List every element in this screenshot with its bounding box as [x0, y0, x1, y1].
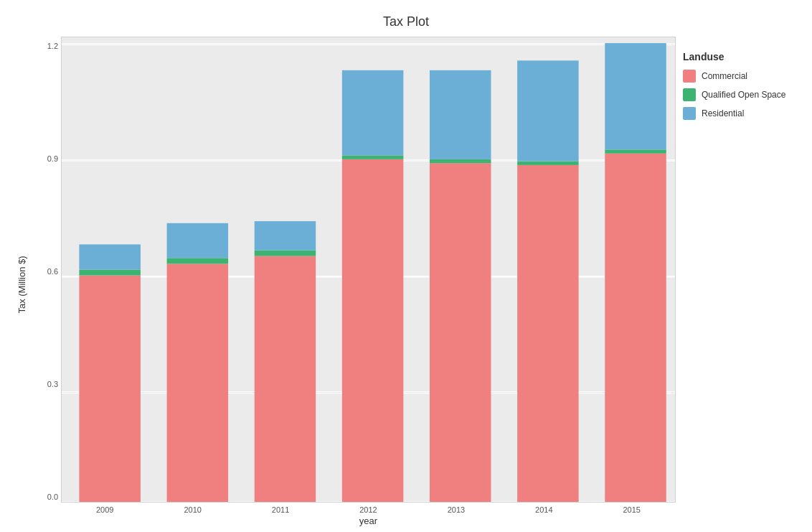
legend-item-openspace: Qualified Open Space: [683, 88, 785, 101]
bar-2014-commercial: [517, 165, 579, 502]
bar-2010-residential: [167, 223, 228, 258]
bar-2011-residential: [255, 221, 316, 250]
y-axis-label: Tax (Million $): [16, 256, 27, 313]
y-axis-ticks: 1.2 0.9 0.6 0.3 0.0: [36, 37, 61, 503]
bar-2010-commercial: [167, 263, 228, 502]
legend-item-commercial: Commercial: [683, 70, 747, 83]
legend-label-residential: Residential: [702, 108, 744, 118]
bar-2009-residential: [79, 244, 141, 269]
bar-2011-commercial: [255, 256, 316, 502]
bar-2014-openspace: [517, 162, 579, 165]
x-axis-ticks: 2009 2010 2011 2012 2013 2014 2015: [36, 505, 676, 514]
bar-2012-openspace: [342, 155, 404, 159]
legend-item-residential: Residential: [683, 107, 744, 120]
bar-2011-openspace: [255, 251, 316, 256]
x-tick-2014: 2014: [500, 505, 587, 514]
bars-svg: [62, 37, 675, 502]
x-tick-2012: 2012: [324, 505, 412, 514]
bar-2009-openspace: [79, 269, 141, 275]
y-tick-0.0: 0.0: [47, 493, 58, 501]
bar-2013-residential: [430, 70, 491, 159]
bar-2015-residential: [605, 43, 666, 149]
bar-2010-openspace: [167, 258, 228, 263]
x-tick-2015: 2015: [588, 505, 676, 514]
legend: Landuse Commercial Qualified Open Space …: [676, 37, 805, 532]
legend-label-openspace: Qualified Open Space: [702, 90, 785, 100]
bar-2009-commercial: [79, 276, 141, 502]
x-tick-2011: 2011: [237, 505, 324, 514]
y-tick-0.9: 0.9: [47, 155, 58, 163]
residential-swatch: [683, 107, 696, 120]
bar-2015-commercial: [605, 154, 666, 502]
bar-2012-commercial: [342, 159, 404, 502]
chart-title: Tax Plot: [383, 14, 429, 29]
y-tick-1.2: 1.2: [47, 42, 58, 50]
x-axis-title: year: [36, 515, 676, 526]
chart-container: Tax Plot Tax (Million $) 1.2 0.9 0.6 0.3…: [0, 0, 812, 532]
legend-title: Landuse: [683, 51, 724, 62]
y-tick-0.6: 0.6: [47, 268, 58, 276]
y-tick-0.3: 0.3: [47, 381, 58, 388]
bar-2012-residential: [342, 70, 404, 156]
bar-2015-openspace: [605, 149, 666, 153]
bar-2013-commercial: [430, 163, 491, 502]
bar-2013-openspace: [430, 159, 491, 163]
x-tick-2010: 2010: [148, 505, 236, 514]
legend-label-commercial: Commercial: [702, 71, 747, 81]
commercial-swatch: [683, 70, 696, 83]
plot-area: [61, 37, 676, 503]
openspace-swatch: [683, 88, 696, 101]
x-tick-2013: 2013: [412, 505, 500, 514]
x-tick-2009: 2009: [61, 505, 148, 514]
bar-2014-residential: [517, 60, 579, 161]
